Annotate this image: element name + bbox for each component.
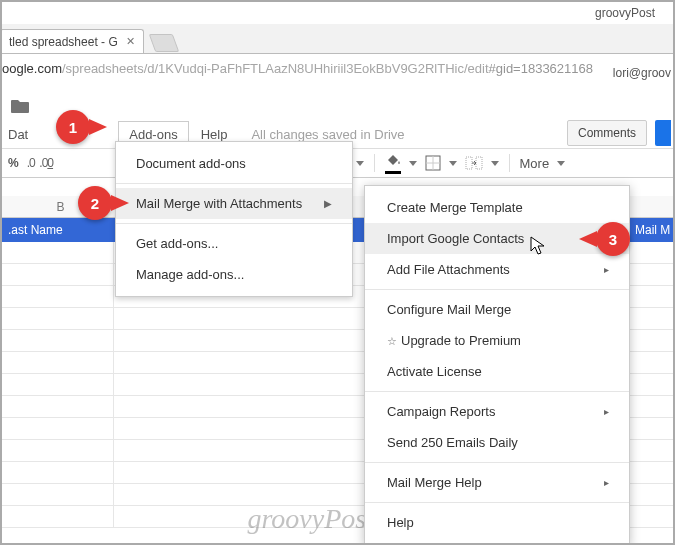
callout-2: 2 [78, 186, 128, 220]
window-titlebar: groovyPost [2, 2, 673, 24]
separator [365, 391, 629, 392]
chevron-down-icon[interactable] [356, 161, 364, 166]
addons-menu[interactable]: Document add-ons Mail Merge with Attachm… [115, 141, 353, 297]
folder-icon[interactable] [10, 98, 30, 114]
url-host: oogle.com [2, 61, 62, 76]
separator [509, 154, 510, 172]
star-icon: ☆ [387, 335, 397, 347]
save-status: All changes saved in Drive [251, 127, 404, 142]
share-button[interactable] [655, 120, 671, 146]
chevron-right-icon: ▸ [604, 264, 609, 275]
separator [365, 462, 629, 463]
menu-item-get-addons[interactable]: Get add-ons... [116, 228, 352, 259]
callout-1: 1 [56, 110, 106, 144]
submenu-campaign-reports[interactable]: Campaign Reports ▸ [365, 396, 629, 427]
menu-item-manage-addons[interactable]: Manage add-ons... [116, 259, 352, 290]
chevron-right-icon: ▶ [324, 198, 332, 209]
submenu-upgrade[interactable]: ☆Upgrade to Premium [365, 325, 629, 356]
submenu-send-250[interactable]: Send 250 Emails Daily [365, 427, 629, 458]
menu-item-document-addons[interactable]: Document add-ons [116, 148, 352, 179]
submenu-help[interactable]: Help [365, 507, 629, 538]
borders-button[interactable] [425, 155, 441, 171]
submenu-configure[interactable]: Configure Mail Merge [365, 294, 629, 325]
menu-help[interactable]: Help [201, 127, 228, 142]
merge-cells-button[interactable] [465, 156, 483, 170]
comments-button[interactable]: Comments [567, 120, 647, 146]
submenu-activate[interactable]: Activate License [365, 356, 629, 387]
submenu-mail-merge-help[interactable]: Mail Merge Help ▸ [365, 467, 629, 498]
separator [365, 502, 629, 503]
menu-data[interactable]: Dat [8, 127, 28, 142]
browser-tab[interactable]: tled spreadsheet - G ✕ [0, 29, 144, 53]
submenu-add-attachments[interactable]: Add File Attachments ▸ [365, 254, 629, 285]
window-title: groovyPost [595, 6, 655, 20]
new-tab-button[interactable] [148, 34, 179, 52]
percent-format-button[interactable]: % [8, 156, 19, 170]
url-query: #gid=1833621168 [489, 61, 593, 76]
header-cell-lastname: .ast Name [2, 223, 114, 237]
separator [365, 289, 629, 290]
separator [116, 223, 352, 224]
chevron-down-icon[interactable] [449, 161, 457, 166]
account-label[interactable]: lori@groov [613, 66, 671, 80]
chevron-right-icon: ▸ [604, 406, 609, 417]
chevron-down-icon[interactable] [491, 161, 499, 166]
separator [374, 154, 375, 172]
address-bar[interactable]: oogle.com/spreadsheets/d/1KVudqi-PaFhFTL… [2, 54, 673, 82]
more-button[interactable]: More [520, 156, 550, 171]
header-cell-mail: Mail M [629, 223, 673, 237]
chevron-down-icon[interactable] [409, 161, 417, 166]
url-path: /spreadsheets/d/1KVudqi-PaFhFTLAazN8UHhi… [62, 61, 489, 76]
browser-tabbar: tled spreadsheet - G ✕ [2, 24, 673, 54]
chevron-right-icon: ▸ [604, 477, 609, 488]
fill-color-button[interactable] [385, 155, 401, 172]
tab-title: tled spreadsheet - G [9, 35, 118, 49]
separator [116, 183, 352, 184]
close-icon[interactable]: ✕ [126, 35, 135, 48]
svg-rect-3 [466, 157, 472, 169]
submenu-create-template[interactable]: Create Merge Template [365, 192, 629, 223]
callout-3: 3 [580, 222, 630, 256]
decimal-tool[interactable]: .0 .00 [27, 156, 53, 170]
mouse-cursor-icon [530, 236, 548, 260]
chevron-down-icon[interactable] [557, 161, 565, 166]
menu-item-mail-merge[interactable]: Mail Merge with Attachments ▶ [116, 188, 352, 219]
svg-rect-4 [476, 157, 482, 169]
